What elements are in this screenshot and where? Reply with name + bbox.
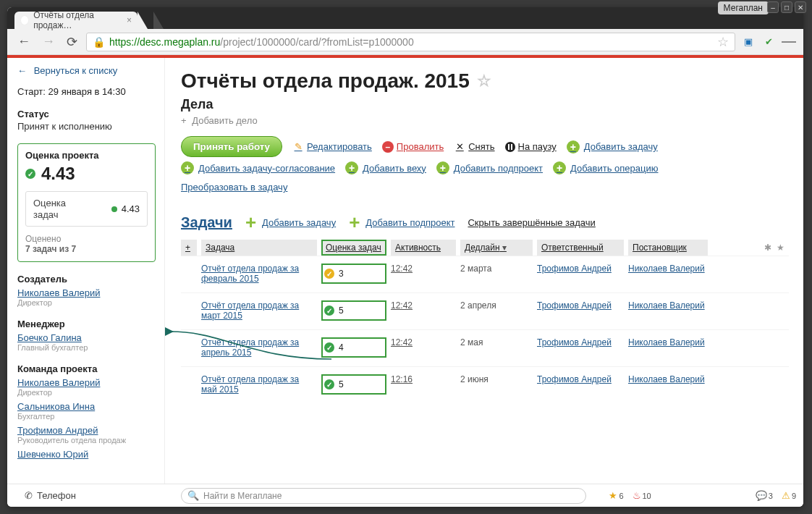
col-expand[interactable]: +: [181, 240, 197, 256]
menu-icon[interactable]: [782, 35, 796, 49]
team-member-link[interactable]: Трофимов Андрей: [17, 425, 98, 436]
bookmark-star-icon[interactable]: ☆: [717, 34, 729, 50]
tasks-heading-link[interactable]: Задачи: [181, 214, 232, 231]
star-status-icon[interactable]: ★6: [609, 490, 623, 501]
fire-status-icon[interactable]: ♨10: [633, 490, 651, 501]
phone-label: Телефон: [37, 490, 76, 501]
arrow-left-icon: ←: [17, 65, 27, 76]
col-owner[interactable]: Постановщик: [628, 240, 708, 256]
add-operation-link[interactable]: +Добавить операцию: [553, 161, 658, 174]
task-responsible-link[interactable]: Трофимов Андрей: [537, 374, 612, 384]
warning-status-icon[interactable]: ⚠9: [782, 490, 796, 501]
task-owner-link[interactable]: Николаев Валерий: [628, 374, 705, 384]
tab-close-icon[interactable]: ×: [124, 15, 132, 25]
table-row: Отчёт отдела продаж за февраль 2015✓312:…: [181, 256, 789, 292]
page-title: Отчёты отдела продаж. 2015: [181, 69, 470, 93]
add-approval-link[interactable]: +Добавить задачу-согласование: [181, 161, 335, 174]
creator-link[interactable]: Николаев Валерий: [17, 287, 100, 298]
tab-strip: Отчёты отдела продаж… ×: [7, 7, 803, 29]
frame-icon[interactable]: ▣: [741, 35, 756, 49]
task-activity[interactable]: 12:42: [391, 300, 413, 311]
edit-link[interactable]: ✎Редактировать: [292, 141, 372, 152]
task-deadline: 2 мая: [460, 337, 533, 358]
favorite-star-icon[interactable]: ☆: [477, 72, 491, 90]
window-minimize-icon[interactable]: –: [767, 1, 779, 13]
rating-dot-icon: ✓: [324, 306, 334, 316]
team-member-link[interactable]: Шевченко Юрий: [17, 449, 88, 460]
task-responsible-link[interactable]: Трофимов Андрей: [537, 264, 612, 274]
col-responsible[interactable]: Ответственный: [537, 240, 624, 256]
team-member-link[interactable]: Сальникова Инна: [17, 401, 95, 412]
task-name-link[interactable]: Отчёт отдела продаж за апрель 2015: [201, 337, 299, 358]
task-owner-link[interactable]: Николаев Валерий: [628, 300, 705, 311]
pause-link[interactable]: На паузу: [505, 141, 557, 152]
chat-status-icon[interactable]: 💬3: [756, 490, 773, 501]
task-responsible-link[interactable]: Трофимов Андрей: [537, 300, 612, 311]
back-to-list-link[interactable]: ← Вернуться к списку: [17, 65, 117, 76]
task-responsible-link[interactable]: Трофимов Андрей: [537, 337, 612, 347]
accept-work-button[interactable]: Принять работу: [181, 136, 282, 157]
nav-back-icon[interactable]: ←: [14, 33, 33, 51]
task-name-link[interactable]: Отчёт отдела продаж за март 2015: [201, 300, 299, 321]
col-task[interactable]: Задача: [201, 240, 317, 256]
col-activity[interactable]: Активность: [391, 240, 456, 256]
task-name-link[interactable]: Отчёт отдела продаж за май 2015: [201, 374, 299, 395]
bottom-bar: ✆ Телефон 🔍 Найти в Мегаплане ★6 ♨10 💬3 …: [7, 484, 803, 507]
task-owner-link[interactable]: Николаев Валерий: [628, 264, 705, 274]
nav-forward-icon[interactable]: →: [39, 33, 58, 51]
new-tab-button[interactable]: [153, 12, 164, 29]
phone-icon: ✆: [25, 490, 33, 501]
team-member-link[interactable]: Николаев Валерий: [17, 377, 100, 388]
team-heading: Команда проекта: [17, 363, 156, 374]
add-subproject-link[interactable]: +Добавить подпроект: [436, 161, 543, 174]
pause-icon: [505, 142, 515, 152]
window-app-title: Мегаплан: [718, 1, 769, 14]
rating-dot-icon: ✓: [324, 342, 334, 353]
task-name-link[interactable]: Отчёт отдела продаж за февраль 2015: [201, 264, 299, 284]
manager-role: Главный бухгалтер: [17, 343, 156, 352]
task-activity[interactable]: 12:42: [391, 264, 413, 274]
fail-link[interactable]: –Провалить: [382, 141, 444, 153]
table-row: Отчёт отдела продаж за май 2015✓512:162 …: [181, 366, 789, 403]
remove-link[interactable]: ✕Снять: [454, 141, 494, 152]
add-milestone-link[interactable]: +Добавить веху: [345, 161, 426, 174]
check-circle-icon: ✓: [25, 169, 35, 179]
url-protocol: https://: [109, 36, 140, 48]
url-input[interactable]: 🔒 https:// desc.megaplan.ru /project/100…: [86, 33, 735, 51]
window-maximize-icon[interactable]: □: [781, 1, 792, 13]
task-rating: 5: [339, 379, 344, 389]
task-owner-link[interactable]: Николаев Валерий: [628, 337, 705, 347]
nav-reload-icon[interactable]: ⟳: [64, 33, 80, 51]
task-rating: 5: [339, 306, 344, 316]
task-deadline: 2 марта: [460, 264, 533, 284]
global-search-input[interactable]: 🔍 Найти в Мегаплане: [181, 488, 586, 504]
add-deal-button[interactable]: + Добавить дело: [181, 115, 789, 126]
tasks-add-subproject-link[interactable]: Добавить подпроект: [365, 217, 454, 228]
window-close-icon[interactable]: ✕: [795, 1, 806, 13]
search-icon: 🔍: [187, 490, 199, 501]
plus-circle-icon: +: [181, 161, 194, 174]
task-activity[interactable]: 12:42: [391, 337, 413, 347]
col-tools[interactable]: ✱ ★: [712, 240, 789, 256]
main-content: Отчёты отдела продаж. 2015 ☆ Дела + Доба…: [165, 58, 803, 507]
plus-icon: +: [349, 211, 360, 234]
col-rating[interactable]: Оценка задач: [321, 240, 386, 256]
check-icon[interactable]: ✔: [761, 35, 776, 49]
plus-circle-icon: +: [345, 161, 358, 174]
rating-sub-label: Оценка задач: [33, 198, 66, 220]
task-activity[interactable]: 12:16: [391, 374, 413, 384]
manager-link[interactable]: Боечко Галина: [17, 332, 82, 343]
col-deadline[interactable]: Дедлайн: [460, 240, 533, 256]
convert-link[interactable]: Преобразовать в задачу: [181, 182, 287, 193]
sidebar: ← Вернуться к списку Старт: 29 января в …: [7, 58, 165, 507]
tab-title: Отчёты отдела продаж…: [33, 10, 119, 30]
plus-circle-icon: +: [553, 161, 566, 174]
status-label: Статус: [17, 109, 156, 119]
browser-tab[interactable]: Отчёты отдела продаж… ×: [14, 12, 138, 29]
rating-dot-icon: ✓: [324, 269, 334, 279]
hide-completed-link[interactable]: Скрыть завершённые задачи: [468, 217, 595, 228]
tasks-add-task-link[interactable]: Добавить задачу: [262, 217, 336, 228]
add-task-link[interactable]: +Добавить задачу: [567, 140, 658, 153]
task-deadline: 2 июня: [460, 374, 533, 395]
table-header-row: + Задача Оценка задач Активность Дедлайн…: [181, 240, 789, 256]
